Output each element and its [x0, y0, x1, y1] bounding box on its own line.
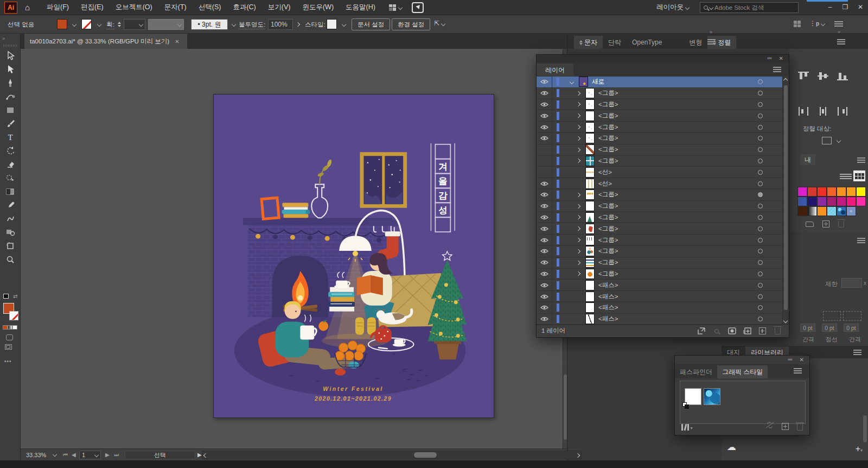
hscroll-right-icon[interactable]: [576, 453, 580, 458]
layer-expand-icon[interactable]: [576, 159, 580, 163]
next-artboard-icon[interactable]: ▶: [105, 452, 110, 458]
menu-item[interactable]: 윈도우(W): [297, 1, 339, 14]
color-swatch[interactable]: [817, 206, 827, 216]
layer-row[interactable]: <그룹>: [537, 201, 783, 212]
layer-thumbnail[interactable]: [585, 280, 595, 290]
opacity-expand-icon[interactable]: [296, 22, 300, 27]
layer-visibility-icon[interactable]: [537, 99, 552, 110]
eraser-tool[interactable]: [0, 157, 21, 171]
stroke-indicator[interactable]: [9, 311, 18, 320]
layer-row[interactable]: <그룹>: [537, 110, 783, 122]
layer-name[interactable]: <그룹>: [598, 134, 618, 142]
layer-row[interactable]: <그룹>: [537, 235, 783, 246]
layer-thumbnail[interactable]: [585, 314, 595, 324]
layer-target-icon[interactable]: [758, 91, 763, 96]
layer-target-icon[interactable]: [758, 113, 763, 118]
artboard-tool[interactable]: [0, 239, 21, 252]
shaper-tool[interactable]: [0, 212, 21, 225]
align-vcenter-icon[interactable]: [816, 71, 829, 81]
layer-thumbnail[interactable]: [585, 99, 595, 110]
layer-name[interactable]: <선>: [598, 180, 612, 188]
layer-thumbnail[interactable]: [585, 224, 595, 234]
share-document-icon[interactable]: [412, 2, 424, 13]
layer-thumbnail[interactable]: [585, 235, 595, 245]
rectangle-tool[interactable]: [0, 103, 21, 117]
layer-visibility-icon[interactable]: [537, 257, 552, 268]
color-swatch[interactable]: [827, 206, 837, 216]
artboard-number-field[interactable]: 1: [79, 451, 101, 459]
layer-name[interactable]: <선>: [598, 168, 612, 176]
symbol-tool[interactable]: [0, 225, 21, 239]
color-swatch[interactable]: [827, 197, 837, 206]
stroke-weight-select[interactable]: [124, 19, 145, 30]
align-to-artboard-icon[interactable]: [822, 137, 832, 144]
stroke-color-swatch[interactable]: [81, 19, 92, 29]
layer-thumbnail[interactable]: [585, 269, 595, 279]
layer-target-icon[interactable]: [758, 305, 763, 310]
cloud-sync-icon[interactable]: ☁: [727, 441, 736, 453]
default-style-thumb[interactable]: [685, 388, 701, 405]
last-artboard-icon[interactable]: ⏭: [114, 452, 119, 458]
gradient-tool[interactable]: [0, 185, 21, 198]
layer-expand-icon[interactable]: [576, 113, 580, 118]
layer-thumbnail[interactable]: [585, 167, 595, 178]
color-swatch[interactable]: [797, 206, 807, 216]
libraries-panel-menu-icon[interactable]: [853, 350, 861, 355]
layer-visibility-icon[interactable]: [537, 110, 552, 121]
swatches-panel-menu-icon[interactable]: [857, 157, 865, 163]
more-tools-icon[interactable]: •••: [4, 358, 12, 364]
swap-fill-stroke-icon[interactable]: ⇄: [13, 293, 17, 299]
screen-mode-icon[interactable]: [5, 344, 12, 350]
color-swatch[interactable]: [846, 187, 856, 197]
preferences-button[interactable]: 환경 설정: [392, 18, 430, 30]
layer-target-icon[interactable]: [758, 79, 763, 84]
opacity-field[interactable]: 100%: [268, 19, 293, 30]
dash-value-field[interactable]: 0 pt: [844, 324, 859, 332]
align-bottom-icon[interactable]: [836, 71, 849, 81]
color-swatch[interactable]: [846, 197, 856, 206]
dash-value-field[interactable]: 0 pt: [822, 324, 837, 332]
draw-mode-icon[interactable]: [6, 334, 13, 340]
layer-thumbnail[interactable]: [585, 201, 595, 211]
gs-libraries-icon[interactable]: ▾: [681, 424, 693, 431]
opacity-label[interactable]: 불투명도:: [239, 21, 265, 29]
layer-target-icon[interactable]: [758, 204, 763, 208]
first-artboard-icon[interactable]: ⏮: [63, 452, 68, 458]
minimize-button[interactable]: –: [822, 0, 838, 14]
menu-item[interactable]: 오브젝트(O): [111, 1, 157, 14]
layer-target-icon[interactable]: [758, 215, 763, 220]
document-setup-button[interactable]: 문서 설정: [352, 18, 390, 30]
layer-name[interactable]: <패스>: [598, 281, 618, 289]
layer-thumbnail[interactable]: [585, 88, 595, 98]
layer-target-icon[interactable]: [758, 170, 763, 175]
layer-row[interactable]: <그룹>: [537, 189, 783, 201]
layer-name[interactable]: 새로: [592, 78, 604, 86]
layer-target-icon[interactable]: [758, 102, 763, 107]
add-library-icon[interactable]: +▾: [856, 444, 863, 454]
layer-thumbnail[interactable]: [585, 257, 595, 268]
layer-thumbnail[interactable]: [579, 77, 588, 87]
selection-options-icon[interactable]: ⇱: [434, 20, 445, 27]
layer-row[interactable]: <그룹>: [537, 212, 783, 224]
zoom-level[interactable]: 33.33%: [26, 452, 46, 458]
layer-expand-icon[interactable]: [576, 226, 580, 231]
paintbrush-tool[interactable]: [0, 117, 21, 130]
layer-visibility-icon[interactable]: [537, 144, 552, 155]
layer-thumbnail[interactable]: [585, 302, 595, 313]
layer-visibility-icon[interactable]: [537, 280, 552, 290]
swatches-tab-fragment[interactable]: 내: [800, 154, 815, 165]
layer-name[interactable]: <그룹>: [598, 225, 618, 233]
rotate-tool[interactable]: [0, 144, 21, 157]
layer-row[interactable]: <선>: [537, 167, 783, 178]
menu-item[interactable]: 문자(T): [159, 1, 192, 14]
hscroll-left-icon[interactable]: [203, 453, 208, 458]
layer-target-icon[interactable]: [758, 192, 763, 197]
collect-for-export-icon[interactable]: [695, 326, 707, 336]
delete-layer-icon[interactable]: [771, 326, 783, 336]
swatch-grid-view-icon[interactable]: [853, 170, 865, 181]
layer-row[interactable]: <그룹>: [537, 223, 783, 235]
fill-dropdown-icon[interactable]: [72, 22, 76, 27]
menu-item[interactable]: 효과(C): [228, 1, 260, 14]
status-expand-icon[interactable]: ▶: [197, 452, 202, 458]
distribute-center-icon[interactable]: [816, 106, 829, 117]
